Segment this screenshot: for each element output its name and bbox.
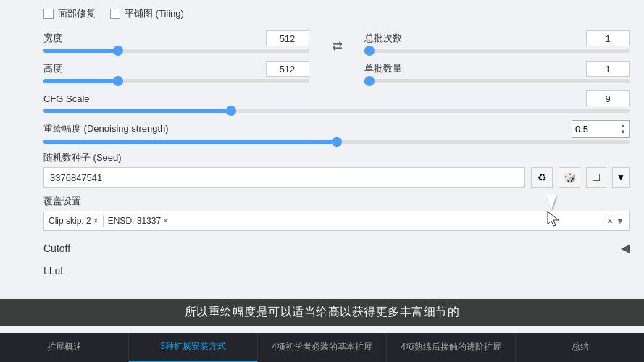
total-batches-col: 总批次数 1	[364, 30, 630, 54]
seed-input[interactable]	[43, 167, 525, 188]
checkbox-row: 面部修复 平铺图 (Tiling)	[43, 7, 630, 20]
nav-item-overview[interactable]: 扩展概述	[0, 333, 129, 362]
total-batches-value[interactable]: 1	[586, 30, 630, 46]
denoising-header: 重绘幅度 (Denoising strength) 0.5 ▲ ▼	[43, 120, 630, 138]
denoising-up-arrow[interactable]: ▲	[620, 122, 626, 129]
ensd-tag: ENSD: 31337 ×	[108, 216, 168, 226]
clip-skip-tag: Clip skip: 2 ×	[49, 216, 99, 226]
nav-item-basic[interactable]: 4项初学者必装的基本扩展	[258, 333, 387, 362]
override-tags-container: Clip skip: 2 × ENSD: 31337 × × ▼	[43, 211, 630, 231]
content-area: 面部修复 平铺图 (Tiling) 宽度 512 ⇅	[0, 0, 644, 333]
override-label: 覆盖设置	[43, 195, 630, 208]
denoising-slider[interactable]	[43, 140, 630, 144]
cfg-thumb[interactable]	[226, 106, 236, 116]
batch-size-slider[interactable]	[364, 79, 630, 83]
total-batches-thumb[interactable]	[364, 46, 375, 56]
height-batch-row: 高度 512 单批数量 1	[43, 61, 630, 83]
llul-label: LLuL	[43, 265, 66, 277]
batch-size-value[interactable]: 1	[586, 61, 630, 77]
width-col: 宽度 512	[43, 30, 309, 54]
cutoff-label: Cutoff	[43, 243, 70, 254]
subtitle-text: 所以重绘幅度是可以适当给高以获得更多丰富细节的	[185, 306, 460, 318]
face-repair-checkbox[interactable]	[43, 9, 54, 19]
denoising-row: 重绘幅度 (Denoising strength) 0.5 ▲ ▼	[43, 120, 630, 144]
tiling-checkbox-item[interactable]: 平铺图 (Tiling)	[110, 7, 184, 20]
height-thumb[interactable]	[113, 76, 123, 86]
tag-separator-1	[103, 215, 104, 227]
total-batches-slider[interactable]	[364, 49, 630, 53]
total-batches-label: 总批次数	[364, 32, 402, 45]
seed-recycle-button[interactable]: ♻	[531, 167, 553, 188]
seed-row: ♻ 🎲 □ ▼	[43, 167, 630, 188]
batch-size-col: 单批数量 1	[364, 61, 630, 83]
batch-size-header: 单批数量 1	[364, 61, 630, 77]
seed-label: 随机数种子 (Seed)	[43, 151, 630, 164]
nav-item-summary[interactable]: 总结	[516, 333, 644, 362]
width-slider-thumb[interactable]	[113, 46, 123, 56]
clip-skip-text: Clip skip: 2	[49, 216, 91, 226]
width-header: 宽度 512	[43, 30, 309, 46]
override-clear-button[interactable]: ×	[607, 215, 613, 227]
cfg-scale-value[interactable]: 9	[586, 90, 630, 106]
batch-size-thumb[interactable]	[364, 76, 375, 86]
nav-basic-label: 4项初学者必装的基本扩展	[272, 342, 372, 353]
seed-dropdown-button[interactable]: ▼	[612, 167, 630, 188]
nav-overview-label: 扩展概述	[47, 342, 82, 353]
width-label: 宽度	[43, 32, 62, 45]
dice-icon: 🎲	[564, 172, 576, 183]
height-label: 高度	[43, 62, 62, 75]
override-right: × ▼	[607, 215, 624, 227]
override-dropdown-button[interactable]: ▼	[616, 216, 624, 226]
spacer	[324, 61, 350, 83]
denoising-thumb[interactable]	[332, 137, 342, 147]
denoising-value-spinner[interactable]: 0.5 ▲ ▼	[572, 120, 630, 138]
width-value[interactable]: 512	[266, 30, 309, 46]
face-repair-label: 面部修复	[58, 7, 96, 20]
nav-item-advanced[interactable]: 4项熟练后接触的进阶扩展	[387, 333, 516, 362]
cfg-fill	[43, 109, 231, 113]
nav-install-label: 3种扩展安装方式	[160, 341, 226, 353]
ensd-remove[interactable]: ×	[163, 216, 168, 226]
override-section: 覆盖设置 Clip skip: 2 × ENSD: 31337 × × ▼	[43, 195, 630, 231]
ensd-text: ENSD: 31337	[108, 216, 161, 226]
denoising-label: 重绘幅度 (Denoising strength)	[43, 122, 169, 135]
height-slider[interactable]	[43, 79, 309, 83]
cfg-slider[interactable]	[43, 109, 630, 113]
width-slider-track[interactable]	[43, 49, 309, 53]
height-fill	[43, 79, 118, 83]
batch-size-label: 单批数量	[364, 62, 402, 75]
cutoff-collapse-icon[interactable]: ◀	[621, 241, 630, 255]
llul-row[interactable]: LLuL	[43, 262, 630, 279]
height-value[interactable]: 512	[266, 61, 309, 77]
nav-advanced-label: 4项熟练后接触的进阶扩展	[401, 342, 501, 353]
main-container: bili bili 面部修复 平铺图 (Tiling) 宽度 512	[0, 0, 644, 362]
denoising-down-arrow[interactable]: ▼	[620, 129, 626, 135]
total-batches-header: 总批次数 1	[364, 30, 630, 46]
seed-dice-button[interactable]: 🎲	[559, 167, 580, 188]
width-slider-fill	[43, 49, 118, 53]
swap-button-container: ⇅	[324, 30, 350, 54]
tiling-label: 平铺图 (Tiling)	[125, 7, 184, 20]
tiling-checkbox[interactable]	[110, 9, 120, 19]
bottom-nav: 扩展概述 3种扩展安装方式 4项初学者必装的基本扩展 4项熟练后接触的进阶扩展 …	[0, 333, 644, 362]
subtitle-overlay: 所以重绘幅度是可以适当给高以获得更多丰富细节的	[0, 299, 644, 326]
face-repair-checkbox-item[interactable]: 面部修复	[43, 7, 96, 20]
cfg-scale-label: CFG Scale	[43, 93, 90, 104]
dropdown-arrow-icon: ▼	[616, 172, 625, 182]
nav-summary-label: 总结	[572, 342, 589, 353]
nav-item-install[interactable]: 3种扩展安装方式	[129, 333, 258, 362]
clip-skip-remove[interactable]: ×	[93, 216, 99, 226]
height-header: 高度 512	[43, 61, 309, 77]
denoising-spinner-arrows[interactable]: ▲ ▼	[620, 122, 626, 135]
swap-icon[interactable]: ⇅	[329, 41, 345, 51]
recycle-icon: ♻	[538, 172, 547, 183]
seed-section: 随机数种子 (Seed) ♻ 🎲 □ ▼	[43, 151, 630, 188]
cfg-header: CFG Scale 9	[43, 90, 630, 106]
cutoff-row[interactable]: Cutoff ◀	[43, 237, 630, 259]
denoising-fill	[43, 140, 337, 144]
seed-square-button[interactable]: □	[586, 167, 606, 188]
dimensions-row: 宽度 512 ⇅ 总批次数 1	[43, 30, 630, 54]
height-col: 高度 512	[43, 61, 309, 83]
denoising-value: 0.5	[575, 124, 588, 135]
cfg-scale-row: CFG Scale 9	[43, 90, 630, 113]
